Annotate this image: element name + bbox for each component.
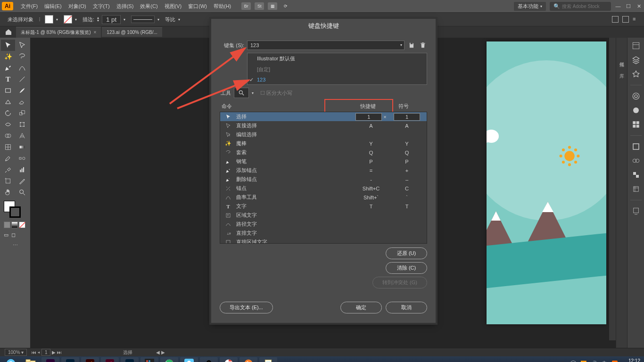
search-shortcuts-button[interactable] <box>234 88 249 98</box>
shaper-tool[interactable] <box>1 96 15 107</box>
taskbar-app-3[interactable] <box>180 357 198 362</box>
menu-edit[interactable]: 编辑(E) <box>41 1 65 12</box>
cmd-row-direct-selection[interactable]: 直接选择AA <box>220 121 427 130</box>
symbol-sprayer-tool[interactable] <box>1 164 15 175</box>
screen-mode-row[interactable]: ▭ ◻ <box>1 230 29 240</box>
taskbar-indesign-icon[interactable]: Id <box>101 357 119 362</box>
tray-expand-icon[interactable]: ▴ <box>549 360 556 362</box>
cmd-row-vertical-area-type[interactable]: 直排区域文字 <box>220 238 427 244</box>
artboard-scroll-toggle[interactable]: ◀ ▶ <box>156 350 165 355</box>
keyset-option-custom[interactable]: [自定] <box>248 64 427 75</box>
transparency-panel-icon[interactable] <box>631 170 641 180</box>
cmd-row-anchor[interactable]: 锚点Shift+CC <box>220 184 427 193</box>
width-tool[interactable] <box>1 119 15 130</box>
ok-button[interactable]: 确定 <box>340 302 382 313</box>
tray-defender-icon[interactable] <box>570 360 577 362</box>
cmd-row-path-type[interactable]: 路径文字 <box>220 220 427 229</box>
fill-stroke-indicator[interactable] <box>1 200 29 220</box>
direct-selection-tool[interactable] <box>15 40 29 51</box>
command-list[interactable]: 选择 × 直接选择AA 编组选择 ✨魔棒YY 套索QQ 钢笔PP +添加锚点=+… <box>220 112 427 244</box>
color-panel-icon[interactable] <box>631 105 641 115</box>
uniform-label[interactable]: 等比 <box>165 16 175 23</box>
menu-effect[interactable]: 效果(C) <box>137 1 160 12</box>
tray-volume-icon[interactable]: 🔊 <box>591 360 597 362</box>
stroke-dropdown[interactable]: ▾ <box>75 17 80 22</box>
swatches-panel-icon[interactable] <box>631 119 641 130</box>
shortcut-input[interactable] <box>355 113 382 121</box>
properties-panel-icon[interactable] <box>631 41 641 51</box>
cc-panel-icon[interactable] <box>631 91 641 101</box>
appearance-panel-icon[interactable] <box>631 184 641 194</box>
document-tab-2[interactable]: 123.ai @ 100% (RGB/... <box>102 27 162 37</box>
keyset-option-123[interactable]: 123 <box>248 75 427 84</box>
cmd-row-lasso[interactable]: 套索QQ <box>220 148 427 157</box>
shape-builder-tool[interactable] <box>1 130 15 141</box>
document-tab-1[interactable]: 未标题-1 @ 83% (RGB/像素预览)× <box>16 27 101 38</box>
hand-tool[interactable] <box>1 187 15 198</box>
lasso-tool[interactable] <box>15 51 29 62</box>
libraries-panel-icon[interactable] <box>631 69 641 79</box>
pen-tool[interactable] <box>1 62 15 74</box>
taskbar-qq-icon[interactable] <box>200 357 218 362</box>
graph-tool[interactable] <box>15 164 29 175</box>
gradient-panel-icon[interactable] <box>631 156 641 166</box>
fill-dropdown[interactable]: ▾ <box>56 17 61 22</box>
zoom-tool[interactable] <box>15 187 29 198</box>
magic-wand-tool[interactable]: ✨ <box>1 51 15 62</box>
home-icon[interactable] <box>5 28 12 36</box>
minimize-button[interactable]: — <box>615 3 621 9</box>
libraries-tab[interactable]: 库 <box>619 68 625 72</box>
cmd-row-area-type[interactable]: T区域文字 <box>220 211 427 220</box>
menu-type[interactable]: 文字(T) <box>90 1 113 12</box>
menu-select[interactable]: 选择(S) <box>114 1 137 12</box>
menu-view[interactable]: 视图(V) <box>162 1 185 12</box>
cmd-row-group-selection[interactable]: 编组选择 <box>220 130 427 139</box>
bridge-icon[interactable]: Br <box>241 2 251 10</box>
brush-preview[interactable] <box>131 16 155 23</box>
curvature-tool[interactable] <box>15 62 29 74</box>
perspective-tool[interactable] <box>15 130 29 141</box>
blend-tool[interactable] <box>15 153 29 164</box>
cmd-row-delete-anchor[interactable]: -删除锚点-– <box>220 175 427 184</box>
save-keyset-icon[interactable] <box>407 41 416 49</box>
taskbar-illustrator-icon[interactable]: Ai <box>81 357 99 362</box>
cmd-row-type[interactable]: T文字TT <box>220 202 427 211</box>
taskbar-browser-icon[interactable] <box>2 357 20 362</box>
cmd-row-pen[interactable]: 钢笔PP <box>220 157 427 166</box>
menu-object[interactable]: 对象(O) <box>66 1 89 12</box>
tab-close-icon[interactable]: × <box>94 30 97 35</box>
edit-toolbar-icon[interactable]: ⋯ <box>1 240 29 250</box>
stock-search-input[interactable] <box>562 4 607 9</box>
type-tool[interactable]: T <box>1 74 15 85</box>
transform-icon[interactable] <box>622 16 629 23</box>
taskbar-lightroom-icon[interactable]: Lr <box>121 357 139 362</box>
tray-ime-icon[interactable]: 中 <box>601 360 608 362</box>
taskbar-notepad-icon[interactable] <box>259 357 277 362</box>
delete-keyset-icon[interactable] <box>419 41 427 49</box>
slice-tool[interactable] <box>15 175 29 187</box>
properties-tab[interactable]: 属性 <box>619 57 625 60</box>
keyset-option-default[interactable]: Illustrator 默认值 <box>248 53 427 64</box>
export-text-button[interactable]: 导出文本 (E)... <box>220 302 273 313</box>
rotate-tool[interactable] <box>1 107 15 119</box>
artboard-nav[interactable]: ⏮ ◀ 1 ▶ ⏭ <box>32 350 62 355</box>
selection-tool[interactable] <box>1 40 15 51</box>
adobe-stock-search[interactable]: 🔍 <box>550 2 611 11</box>
cmd-row-selection[interactable]: 选择 × <box>220 112 427 121</box>
vertical-scrollbar[interactable] <box>609 38 616 340</box>
tray-sogou-icon[interactable]: S <box>611 360 618 362</box>
asset-export-icon[interactable] <box>631 206 641 216</box>
line-tool[interactable] <box>15 74 29 85</box>
cmd-row-add-anchor[interactable]: +添加锚点=+ <box>220 166 427 175</box>
paintbrush-tool[interactable] <box>15 85 29 96</box>
workspace-switcher[interactable]: 基本功能▾ <box>514 2 546 11</box>
stroke-weight-input[interactable] <box>102 15 121 24</box>
stock-icon[interactable]: St <box>255 2 264 10</box>
align-icon[interactable] <box>612 16 619 23</box>
taskbar-app-4[interactable] <box>239 357 257 362</box>
cancel-button[interactable]: 取消 <box>386 302 427 313</box>
eraser-tool[interactable] <box>15 96 29 107</box>
zoom-dropdown[interactable]: 100% ▾ <box>5 349 27 356</box>
tray-qq-icon[interactable] <box>560 360 566 362</box>
stroke-swatch[interactable] <box>64 15 72 24</box>
